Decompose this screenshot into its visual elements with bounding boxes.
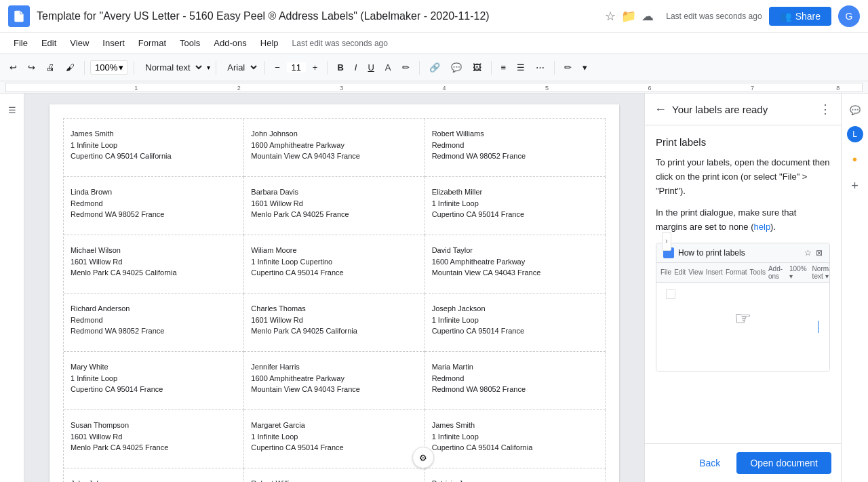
label-cell: David Taylor 1600 Amphitheatre Parkway M… [425,235,606,294]
folder-icon[interactable]: 📁 [621,9,636,24]
chat-icon[interactable]: 💬 [844,99,866,121]
ruler-bar: 1 2 3 4 5 6 7 8 [5,83,863,92]
preview-header: How to print labels ☆ ⊠ [656,243,829,263]
list-button[interactable]: ☰ [513,60,529,75]
bold-button[interactable]: B [333,60,347,75]
zoom-control[interactable]: 100% ▾ [90,60,128,75]
label-name: Wiliam Moore [251,245,417,256]
label-line2: Redmond [71,315,237,326]
menu-format[interactable]: Format [133,35,172,51]
label-cell: John Johnson 1600 Amphitheatre Parkway M… [244,119,425,177]
preview-box: How to print labels ☆ ⊠ File Edit View I… [656,243,830,371]
zoom-dropdown-icon: ▾ [119,62,123,73]
font-size-decrease[interactable]: − [271,60,284,75]
yellow-circle-icon[interactable]: ● [844,148,866,169]
preview-hand-cursor: ☞ [734,306,751,329]
paint-format-button[interactable]: 🖌 [62,60,79,75]
align-button[interactable]: ≡ [497,60,511,75]
preview-cursor [818,321,818,333]
preview-toolbar-addons: Add-ons [768,265,783,280]
label-name: James Smith [71,128,237,140]
label-line2: 1601 Willow Rd [251,198,417,209]
help-link[interactable]: help [754,222,771,232]
zoom-value: 100% [95,62,117,73]
menu-view[interactable]: View [64,35,94,51]
panel-back-button[interactable]: ← [654,102,667,117]
style-select[interactable]: Normal text Heading 1 [140,60,204,75]
print-instruction-2: In the print dialogue, make sure that ma… [656,206,830,235]
menu-help[interactable]: Help [255,35,284,51]
label-line2: Redmond [432,373,598,384]
label-cell: Margaret Garcia 1 Infinite Loop Cupertin… [244,410,425,468]
preview-content: ☞ [656,283,829,371]
menu-edit[interactable]: Edit [36,35,62,51]
label-line3: Cupertino CA 95014 France [432,209,598,220]
print-button[interactable]: 🖨 [42,60,59,75]
label-line2: 1601 Willow Rd [251,315,417,326]
label-name: Elizabeth Miller [432,186,598,198]
label-line2: Redmond [432,140,598,151]
image-button[interactable]: 🖼 [469,60,486,75]
cloud-icon[interactable]: ☁ [642,9,654,24]
label-cell: Maria Martin Redmond Redmond WA 98052 Fr… [425,352,606,410]
menu-file[interactable]: File [8,35,33,51]
back-button[interactable]: Back [688,452,731,474]
menu-insert[interactable]: Insert [97,35,130,51]
preview-toolbar-view: View [688,268,703,276]
label-line3: Redmond WA 98052 France [432,384,598,395]
preview-toolbar-edit: Edit [674,268,686,276]
avatar[interactable]: G [838,5,860,27]
label-cell: Wiliam Moore 1 Infinite Loop Cupertino C… [244,235,425,294]
label-line3: Cupertino CA 95014 France [432,325,598,337]
print-labels-title: Print labels [656,136,830,148]
label-name: Patricia Jones [432,478,598,482]
expand-panel-button[interactable]: › [662,232,671,251]
open-document-button[interactable]: Open document [736,452,831,474]
label-name: Barbara Davis [251,186,417,198]
label-line2: 1 Infinite Loop [71,373,237,384]
menu-tools[interactable]: Tools [174,35,205,51]
main-layout: ☰ James Smith 1 Infinite Loop Cupertino … [0,94,868,482]
label-line3: Redmond WA 98052 France [71,209,237,220]
highlight-button[interactable]: ✏ [398,60,414,75]
text-color-button[interactable]: A [381,60,395,75]
outline-icon[interactable]: ☰ [1,99,23,121]
edit-mode-button[interactable]: ✏ [560,60,576,75]
share-button[interactable]: 👥 Share [769,7,831,26]
label-line3: Menlo Park CA 94025 France [71,442,237,454]
panel-more-button[interactable]: ⋮ [819,102,831,117]
ruler: 1 2 3 4 5 6 7 8 [0,81,868,94]
font-size-increase[interactable]: + [309,60,322,75]
undo-button[interactable]: ↩ [5,60,21,75]
last-edit-menu: Last edit was seconds ago [292,39,388,48]
toolbar-sep-2 [134,61,134,75]
more-button[interactable]: ⋯ [532,60,549,75]
label-name: Michael Wilson [71,245,237,256]
italic-button[interactable]: I [351,60,361,75]
redo-button[interactable]: ↪ [24,60,39,75]
labelmaker-sidebar-icon[interactable]: L [847,126,863,142]
label-cell: John Johnson 1600 Amphitheatre Parkway [64,468,244,482]
add-sidebar-icon[interactable]: + [844,175,866,197]
star-icon[interactable]: ☆ [605,9,616,24]
link-button[interactable]: 🔗 [425,60,444,75]
page-settings-button[interactable]: ⚙ [412,447,434,468]
label-name: Linda Brown [71,186,237,198]
view-mode-button[interactable]: ▾ [578,60,591,75]
menu-addons[interactable]: Add-ons [208,35,252,51]
font-size-input[interactable] [287,62,306,73]
doc-area: James Smith 1 Infinite Loop Cupertino CA… [24,94,644,482]
label-cell: Barbara Davis 1601 Willow Rd Menlo Park … [244,177,425,235]
underline-button[interactable]: U [363,60,378,75]
preview-style: Normal text ▾ [812,265,830,280]
panel-footer: Back Open document [645,443,841,482]
comment-button[interactable]: 💬 [447,60,466,75]
label-name: James Smith [432,420,598,431]
app-icon [8,5,30,27]
label-line2: 1601 Willow Rd [71,256,237,268]
label-cell: Richard Anderson Redmond Redmond WA 9805… [64,294,244,352]
label-line2: 1 Infinite Loop [251,431,417,443]
font-select[interactable]: Arial [222,60,259,75]
labelmaker-panel: ← Your labels are ready ⋮ Print labels T… [644,94,841,482]
label-name: Susan Thompson [71,420,237,431]
